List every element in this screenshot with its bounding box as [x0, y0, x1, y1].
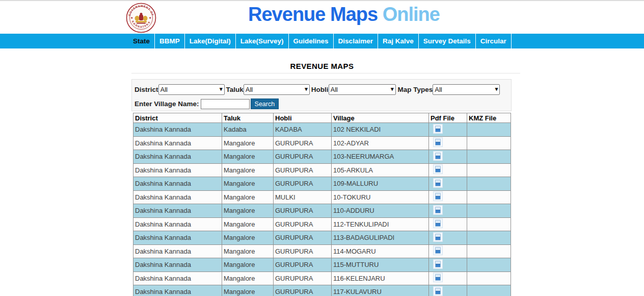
kmz-file-cell	[467, 217, 511, 231]
pdf-file-icon	[433, 191, 443, 201]
site-title-secondary: Online	[383, 4, 440, 25]
district-cell: Dakshina Kannada	[133, 285, 222, 296]
nav-item-state[interactable]: State	[128, 34, 155, 48]
table-row: Dakshina KannadaMangaloreGURUPURA105-ARK…	[133, 163, 511, 177]
pdf-download-link[interactable]	[433, 286, 443, 296]
table-row: Dakshina KannadaKadabaKADABA102 NEKKILAD…	[133, 123, 511, 137]
pdf-file-icon	[433, 245, 443, 255]
pdf-band-glyph	[436, 223, 440, 226]
pdf-page-glyph	[435, 126, 441, 132]
kmz-file-cell	[467, 190, 511, 204]
pdf-page-glyph	[435, 153, 441, 159]
filter-row-dropdowns: District All ▾ Taluk All ▾ Hobli All ▾ M…	[135, 84, 500, 95]
nav-item-lake-survey-[interactable]: Lake(Survey)	[236, 34, 289, 48]
district-cell: Dakshina Kannada	[133, 177, 222, 191]
district-select-wrap: All ▾	[158, 84, 225, 95]
district-cell: Dakshina Kannada	[133, 163, 222, 177]
column-header-hobli: Hobli	[274, 113, 332, 123]
pdf-file-icon	[433, 259, 443, 269]
pdf-band-glyph	[436, 156, 440, 159]
pdf-file-cell	[429, 150, 467, 164]
pdf-download-link[interactable]	[433, 151, 443, 161]
pdf-download-link[interactable]	[433, 178, 443, 188]
taluk-cell: Mangalore	[222, 258, 274, 272]
village-cell: 103-NEERUMARGA	[332, 150, 429, 164]
nav-item-bbmp[interactable]: BBMP	[155, 34, 185, 48]
village-cell: 115-MUTTURU	[332, 258, 429, 272]
pdf-band-glyph	[436, 277, 440, 280]
hobli-cell: GURUPURA	[274, 150, 332, 164]
pdf-download-link[interactable]	[433, 259, 443, 269]
pdf-download-link[interactable]	[433, 205, 443, 215]
pdf-page-glyph	[435, 288, 441, 294]
hobli-cell: GURUPURA	[274, 136, 332, 150]
village-cell: 10-TOKURU	[332, 190, 429, 204]
pdf-page-glyph	[435, 180, 441, 186]
pdf-download-link[interactable]	[433, 232, 443, 242]
pdf-band-glyph	[436, 291, 440, 294]
district-cell: Dakshina Kannada	[133, 150, 222, 164]
taluk-cell: Mangalore	[222, 244, 274, 258]
hobli-cell: GURUPURA	[274, 285, 332, 296]
kmz-file-cell	[467, 285, 511, 296]
table-row: Dakshina KannadaMangaloreGURUPURA102-ADY…	[133, 136, 511, 150]
table-row: Dakshina KannadaMangaloreGURUPURA117-KUL…	[133, 285, 511, 296]
nav-item-survey-details[interactable]: Survey Details	[419, 34, 476, 48]
table-header-row: DistrictTalukHobliVillagePdf FileKMZ Fil…	[133, 113, 511, 123]
village-cell: 116-KELENJARU	[332, 272, 429, 285]
site-header: GOVERNMENT OF KARNATAKA ★ ★ Revenue Maps…	[0, 1, 644, 34]
district-cell: Dakshina Kannada	[133, 231, 222, 245]
search-button[interactable]: Search	[251, 98, 279, 109]
site-title-primary: Revenue Maps	[248, 4, 378, 25]
pdf-page-glyph	[435, 193, 441, 200]
revenue-maps-table: DistrictTalukHobliVillagePdf FileKMZ Fil…	[133, 113, 511, 296]
map-types-select[interactable]: All	[433, 84, 500, 95]
pdf-download-link[interactable]	[433, 137, 443, 147]
district-label: District	[135, 86, 158, 93]
nav-items: StateBBMPLake(Digital)Lake(Survey)Guidel…	[128, 34, 512, 48]
hobli-cell: GURUPURA	[274, 177, 332, 191]
kmz-file-cell	[467, 272, 511, 285]
taluk-label: Taluk	[226, 86, 244, 93]
pdf-download-link[interactable]	[433, 218, 443, 228]
hobli-cell: MULKI	[274, 190, 332, 204]
nav-item-raj-kalve[interactable]: Raj Kalve	[378, 34, 419, 48]
pdf-download-link[interactable]	[433, 124, 443, 134]
hobli-select[interactable]: All	[329, 84, 396, 95]
taluk-cell: Mangalore	[222, 177, 274, 191]
pdf-file-icon	[433, 137, 443, 147]
kmz-file-cell	[467, 136, 511, 150]
pdf-file-icon	[433, 124, 443, 134]
taluk-select[interactable]: All	[244, 84, 310, 95]
pdf-page-glyph	[435, 207, 441, 213]
pdf-file-cell	[429, 285, 467, 296]
village-cell: 114-MOGARU	[332, 244, 429, 258]
pdf-download-link[interactable]	[433, 191, 443, 201]
nav-item-circular[interactable]: Circular	[476, 34, 512, 48]
kmz-file-cell	[467, 150, 511, 164]
taluk-cell: Kadaba	[222, 123, 274, 137]
village-cell: 110-ADDURU	[332, 204, 429, 218]
nav-item-guidelines[interactable]: Guidelines	[289, 34, 334, 48]
pdf-band-glyph	[436, 237, 440, 240]
pdf-file-cell	[429, 163, 467, 177]
village-name-label: Enter Village Name:	[135, 100, 199, 108]
table-row: Dakshina KannadaMangaloreGURUPURA115-MUT…	[133, 258, 511, 272]
main-navbar: StateBBMPLake(Digital)Lake(Survey)Guidel…	[0, 34, 644, 48]
pdf-download-link[interactable]	[433, 273, 443, 282]
table-row: Dakshina KannadaMangaloreGURUPURA110-ADD…	[133, 204, 511, 218]
pdf-download-link[interactable]	[433, 164, 443, 174]
taluk-cell: Mangalore	[222, 231, 274, 245]
kmz-file-cell	[467, 204, 511, 218]
nav-item-disclaimer[interactable]: Disclaimer	[334, 34, 378, 48]
column-header-village: Village	[332, 113, 429, 123]
district-select[interactable]: All	[158, 84, 225, 95]
pdf-band-glyph	[436, 264, 440, 267]
nav-item-lake-digital-[interactable]: Lake(Digital)	[185, 34, 236, 48]
pdf-file-cell	[429, 244, 467, 258]
pdf-download-link[interactable]	[433, 245, 443, 255]
taluk-cell: Mangalore	[222, 285, 274, 296]
pdf-file-icon	[433, 218, 443, 228]
pdf-page-glyph	[435, 234, 441, 240]
village-name-input[interactable]	[201, 99, 250, 109]
